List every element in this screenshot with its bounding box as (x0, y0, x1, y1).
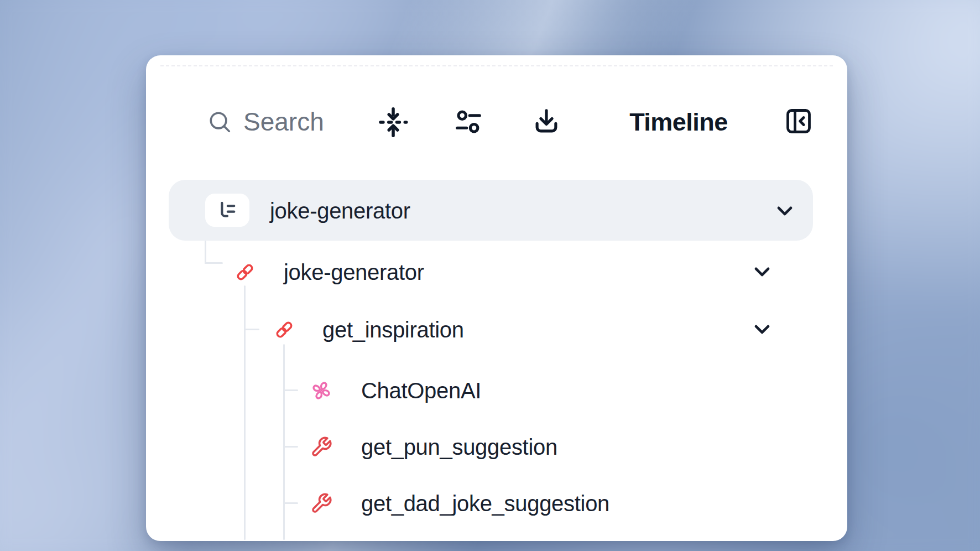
tree-row-label: ChatOpenAI (361, 380, 481, 402)
tree-row-root[interactable]: joke-generator (169, 180, 813, 241)
search-input[interactable]: Search (207, 106, 324, 137)
link-icon (273, 319, 295, 341)
tree-row-label: get_inspiration (322, 319, 464, 341)
tree-line (283, 446, 298, 448)
search-placeholder: Search (243, 109, 324, 134)
collapse-panel-button[interactable] (784, 107, 813, 136)
tree-line (244, 329, 259, 330)
fold-vertical-icon (377, 106, 409, 138)
trace-panel: Search Timeline (146, 55, 847, 541)
panel-top-divider (160, 65, 833, 66)
search-icon (207, 109, 232, 134)
chevron-down-icon[interactable] (750, 259, 774, 284)
tree-row-label: get_dad_joke_suggestion (361, 492, 609, 514)
pinwheel-icon (310, 380, 332, 402)
chevron-down-icon[interactable] (750, 317, 774, 341)
link-icon (234, 261, 256, 283)
tree-line (244, 285, 246, 540)
download-button[interactable] (531, 106, 561, 137)
tree-line (283, 389, 298, 391)
tree-line (283, 344, 285, 540)
tree-line (205, 241, 206, 264)
collapse-all-button[interactable] (377, 106, 409, 138)
panel-left-close-icon (784, 107, 813, 136)
timeline-toggle[interactable]: Timeline (621, 108, 737, 136)
wrench-icon (310, 436, 332, 458)
tree-line (283, 502, 298, 504)
filter-settings-button[interactable] (453, 107, 483, 137)
tree-row-label: get_pun_suggestion (361, 436, 557, 458)
list-tree-icon (205, 194, 249, 227)
tree-row-label: joke-generator (284, 261, 424, 283)
tree-row-label: joke-generator (270, 200, 410, 222)
wrench-icon (310, 492, 332, 514)
sliders-icon (453, 107, 483, 137)
download-icon (531, 106, 561, 137)
chevron-down-icon[interactable] (773, 199, 797, 223)
tree-line (205, 262, 223, 264)
